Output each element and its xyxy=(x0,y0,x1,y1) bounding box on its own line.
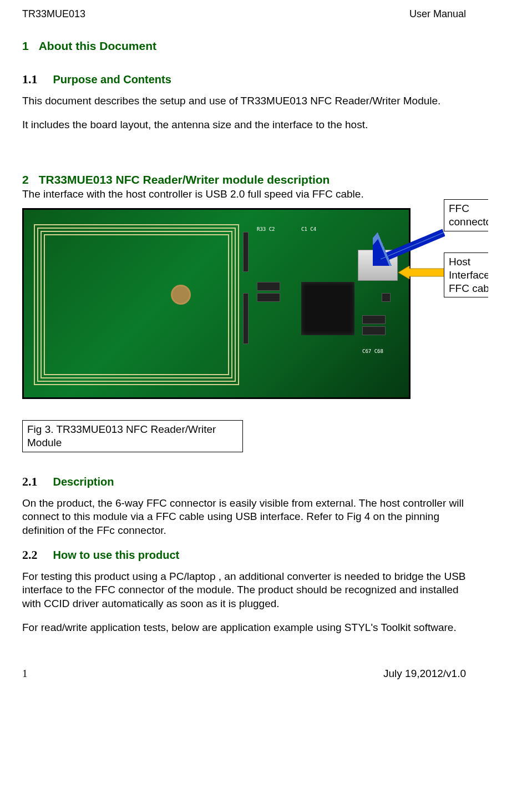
section-1-number: 1 xyxy=(22,39,29,52)
section-2-number: 2 xyxy=(22,173,29,186)
callout-ffc-connector: FFC connector xyxy=(444,199,488,231)
arrow-blue-icon xyxy=(373,227,445,266)
page-number: 1 xyxy=(22,668,28,680)
page-header: TR33MUE013 User Manual xyxy=(22,8,466,20)
callout-host-interface: Host Interface via FFC cable xyxy=(444,252,488,297)
figure-caption: Fig 3. TR33MUE013 NFC Reader/Writer Modu… xyxy=(22,420,243,452)
section-1-1-number: 1.1 xyxy=(22,72,38,86)
section-1-1-heading: 1.1Purpose and Contents xyxy=(22,72,466,87)
paragraph: For testing this product using a PC/lapt… xyxy=(22,570,466,611)
section-2-2-number: 2.2 xyxy=(22,548,38,562)
paragraph: This document describes the setup and us… xyxy=(22,94,466,108)
paragraph: It includes the board layout, the antenn… xyxy=(22,118,466,132)
paragraph: For read/write application tests, below … xyxy=(22,621,466,635)
section-2-1-title: Description xyxy=(53,476,114,488)
footer-date: July 19,2012/v1.0 xyxy=(383,668,466,680)
section-2-heading: 2TR33MUE013 NFC Reader/Writer module des… xyxy=(22,173,466,186)
section-2-title: TR33MUE013 NFC Reader/Writer module desc… xyxy=(39,173,330,186)
section-2-2-heading: 2.2How to use this product xyxy=(22,548,466,562)
pcb-photo: R33 C2 C1 C4 C67 C68 xyxy=(22,208,411,399)
header-right: User Manual xyxy=(409,8,466,20)
section-2-1-heading: 2.1Description xyxy=(22,474,466,489)
page-footer: 1 July 19,2012/v1.0 xyxy=(22,668,466,680)
section-2-2-title: How to use this product xyxy=(53,549,180,561)
section-2-1-number: 2.1 xyxy=(22,474,38,488)
paragraph: The interface with the host controller i… xyxy=(22,188,466,201)
figure-area: R33 C2 C1 C4 C67 C68 FFC connector Host … xyxy=(22,208,466,412)
paragraph: On the product, the 6-way FFC connector … xyxy=(22,497,466,538)
section-1-title: About this Document xyxy=(39,39,156,52)
svg-line-2 xyxy=(381,233,444,259)
section-1-heading: 1About this Document xyxy=(22,39,466,53)
header-left: TR33MUE013 xyxy=(22,8,85,20)
section-1-1-title: Purpose and Contents xyxy=(53,73,171,85)
